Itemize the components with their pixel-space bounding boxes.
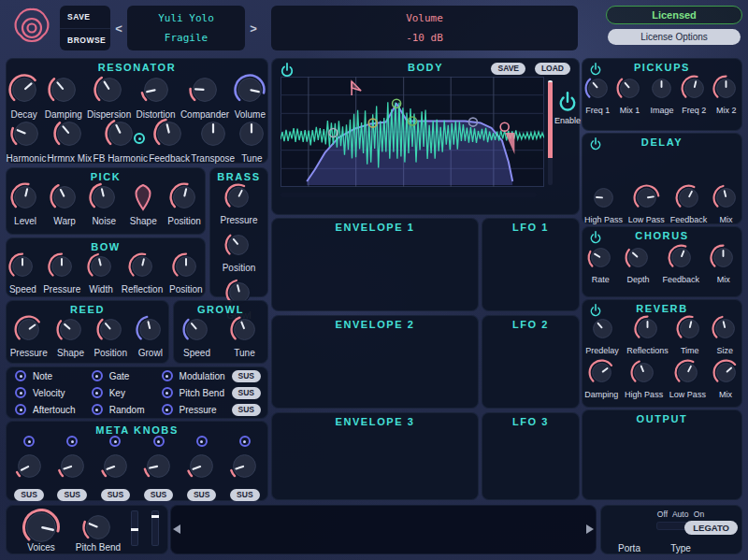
mix-knob-dial[interactable]: [712, 359, 740, 390]
position-knob[interactable]: Position: [169, 252, 203, 294]
pick-shape-icon[interactable]: [128, 182, 158, 216]
rate-knob[interactable]: Rate: [587, 244, 614, 284]
meta-knob-3[interactable]: SUS: [100, 436, 131, 501]
keyboard-scroll-left-icon[interactable]: [173, 524, 180, 534]
key-radio[interactable]: [92, 387, 103, 398]
fb-harmonic-link-radio[interactable]: [134, 133, 145, 144]
level-knob[interactable]: Level: [10, 182, 40, 226]
position-knob-dial[interactable]: [169, 182, 199, 216]
dispersion-knob-dial[interactable]: [94, 74, 125, 109]
high-pass-knob-dial[interactable]: [630, 359, 657, 390]
fb-harmonic-knob-dial[interactable]: [105, 118, 137, 153]
mod-source-pitch-bend[interactable]: Pitch BendSUS: [162, 384, 261, 401]
meta-knob-5-dial[interactable]: [186, 451, 217, 485]
mod-source-random[interactable]: Random: [92, 401, 162, 418]
position-knob[interactable]: Position: [167, 182, 201, 226]
mix-1-knob[interactable]: Mix 1: [616, 75, 643, 115]
position-knob[interactable]: Position: [223, 231, 256, 273]
meta-knob-5[interactable]: SUS: [186, 436, 217, 501]
mix-knob-dial[interactable]: [710, 244, 737, 275]
license-options-button[interactable]: License Options: [608, 29, 741, 45]
low-pass-knob-dial[interactable]: [674, 359, 701, 390]
reflections-knob[interactable]: Reflections: [626, 315, 669, 355]
pickups-power-icon[interactable]: [589, 63, 602, 76]
modulation-radio[interactable]: [162, 370, 173, 381]
preset-prev-button[interactable]: <: [112, 6, 125, 50]
mod-source-gate[interactable]: Gate: [92, 367, 162, 384]
meta-knob-4[interactable]: SUS: [143, 436, 174, 501]
shape-knob-dial[interactable]: [56, 315, 85, 348]
harmonic-knob-dial[interactable]: [10, 118, 42, 153]
delay-power-icon[interactable]: [589, 137, 602, 151]
damping-knob-dial[interactable]: [588, 359, 615, 390]
mix-1-knob-dial[interactable]: [616, 75, 643, 106]
meta-knob-1-sus-button[interactable]: SUS: [14, 489, 43, 501]
body-enable-power-icon[interactable]: [557, 92, 578, 112]
feedback-knob-dial[interactable]: [675, 184, 702, 215]
piano-keyboard[interactable]: [183, 507, 587, 553]
meta-knob-2-sus-button[interactable]: SUS: [57, 489, 86, 501]
decay-knob[interactable]: Decay: [8, 74, 40, 120]
pressure-sus-button[interactable]: SUS: [232, 404, 261, 416]
size-knob[interactable]: Size: [712, 315, 739, 355]
hrmnx-mix-knob-dial[interactable]: [53, 118, 85, 153]
time-knob[interactable]: Time: [676, 315, 703, 355]
volume-display[interactable]: Volume -10 dB: [271, 6, 578, 50]
mod-source-modulation[interactable]: ModulationSUS: [162, 367, 261, 384]
decay-knob-dial[interactable]: [8, 74, 40, 109]
warp-knob-dial[interactable]: [50, 182, 79, 216]
mix-knob[interactable]: Mix: [712, 359, 740, 399]
harmonic-knob[interactable]: Harmonic: [7, 118, 47, 164]
chorus-power-icon[interactable]: [589, 231, 602, 244]
position-knob-dial[interactable]: [172, 252, 200, 284]
pressure-radio[interactable]: [162, 404, 173, 415]
noise-knob-dial[interactable]: [89, 182, 119, 216]
tune-knob[interactable]: Tune: [230, 315, 259, 358]
growl-knob[interactable]: Growl: [136, 315, 165, 358]
tune-knob[interactable]: Tune: [236, 118, 267, 164]
preset-next-button[interactable]: >: [247, 6, 260, 50]
freq-2-knob-dial[interactable]: [681, 75, 708, 106]
low-pass-knob[interactable]: Low Pass: [669, 359, 706, 399]
compander-knob-dial[interactable]: [189, 74, 221, 109]
growl-knob-dial[interactable]: [136, 315, 165, 348]
meta-knob-5-sus-button[interactable]: SUS: [187, 489, 216, 501]
hrmnx-mix-knob[interactable]: Hrmnx Mix: [48, 118, 93, 164]
velocity-radio[interactable]: [15, 387, 26, 398]
pressure-knob-dial[interactable]: [14, 315, 43, 348]
speed-knob[interactable]: Speed: [182, 315, 211, 358]
time-knob-dial[interactable]: [676, 315, 703, 346]
mini-vertical-slider-2[interactable]: [151, 510, 159, 546]
meta-knob-3-dial[interactable]: [100, 451, 131, 485]
meta-knob-5-radio[interactable]: [196, 436, 208, 447]
pitch-bend-radio[interactable]: [162, 387, 173, 398]
depth-knob[interactable]: Depth: [625, 244, 652, 284]
reflections-knob-dial[interactable]: [634, 315, 661, 346]
predelay-knob-dial[interactable]: [589, 315, 616, 346]
position-knob-dial[interactable]: [224, 231, 252, 263]
feedback-knob[interactable]: Feedback: [670, 184, 708, 224]
meta-knob-2-dial[interactable]: [57, 451, 88, 485]
pressure-knob[interactable]: Pressure: [10, 315, 48, 358]
mod-source-note[interactable]: Note: [15, 367, 92, 384]
compander-knob[interactable]: Compander: [180, 74, 229, 120]
meta-knob-1[interactable]: SUS: [14, 436, 45, 501]
body-level-slider[interactable]: [548, 80, 553, 185]
mix-2-knob[interactable]: Mix 2: [712, 75, 740, 115]
freq-1-knob-dial[interactable]: [584, 75, 611, 106]
transpose-knob-dial[interactable]: [197, 118, 229, 153]
low-pass-knob[interactable]: Low Pass: [628, 184, 665, 224]
meta-knob-6-sus-button[interactable]: SUS: [230, 489, 259, 501]
meta-knob-4-radio[interactable]: [153, 436, 165, 447]
speed-knob-dial[interactable]: [182, 315, 211, 348]
body-graph-plot[interactable]: [280, 77, 544, 187]
meta-knob-3-radio[interactable]: [109, 436, 121, 447]
damping-knob[interactable]: Damping: [584, 359, 618, 399]
feedback-knob-dial[interactable]: [153, 118, 185, 153]
licensed-badge[interactable]: Licensed: [606, 6, 742, 24]
distortion-knob[interactable]: Distortion: [136, 74, 175, 120]
pitch-bend-sus-button[interactable]: SUS: [232, 387, 261, 399]
position-knob-dial[interactable]: [96, 315, 125, 348]
mix-knob[interactable]: Mix: [710, 244, 737, 284]
reflection-knob-dial[interactable]: [128, 252, 156, 284]
